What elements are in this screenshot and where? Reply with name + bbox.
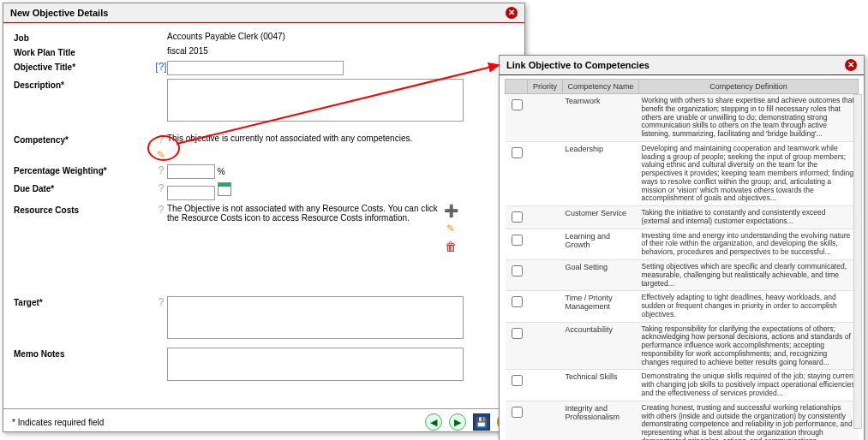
next-button[interactable]: ▶ [449,413,466,431]
close-icon[interactable]: ✕ [845,59,857,71]
help-icon[interactable]: ? [155,134,167,146]
target-label: Target* [14,296,155,307]
resource-costs-text: The Objective is not associated with any… [167,204,441,223]
workplan-value: fiscal 2015 [167,46,514,56]
help-icon[interactable]: ? [155,296,167,308]
competency-name: Leadership [563,141,639,205]
close-icon[interactable]: ✕ [506,7,518,19]
priority-cell [528,401,563,440]
memo-notes-label: Memo Notes [14,348,155,359]
dialog-body: Job Accounts Payable Clerk (0047) Work P… [3,23,524,408]
competency-definition: Creating honest, trusting and successful… [639,401,859,440]
row-checkbox[interactable] [512,375,523,386]
dialog-titlebar: New Objective Details ✕ [3,3,524,23]
col-name: Competency Name [563,80,639,94]
dialog-titlebar: Link Objective to Competencies ✕ [500,56,864,75]
row-checkbox[interactable] [512,407,523,418]
new-objective-dialog: New Objective Details ✕ Job Accounts Pay… [3,3,525,432]
priority-cell [528,229,563,259]
percentage-input[interactable] [167,164,215,179]
save-icon[interactable]: 💾 [473,413,490,431]
competency-definition: Demonstrating the unique skills required… [639,370,859,401]
table-row: LeadershipDeveloping and maintaining coo… [506,141,859,205]
help-icon[interactable]: ? [155,164,167,176]
table-row: Goal SettingSetting objectives which are… [506,260,859,291]
table-row: Technical SkillsDemonstrating the unique… [506,370,859,401]
resource-costs-label: Resource Costs [14,204,155,215]
competency-name: Learning and Growth [563,229,639,259]
help-icon[interactable]: ? [155,182,167,194]
competency-definition: Effectively adapting to tight deadlines,… [639,291,859,322]
competency-text: This objective is currently not associat… [167,134,514,143]
priority-cell [528,94,563,142]
table-row: Learning and GrowthInvesting time and en… [506,229,859,259]
due-date-label: Due Date* [14,182,155,193]
row-checkbox[interactable] [512,328,523,339]
percentage-label: Percentage Weighting* [14,164,155,175]
required-note: * Indicates required field [12,418,104,427]
competency-name: Technical Skills [563,370,639,401]
table-row: Integrity and ProfessionalismCreating ho… [506,401,859,440]
objective-title-input[interactable] [167,61,344,75]
memo-notes-textarea[interactable] [167,348,464,381]
help-icon[interactable]: ? [155,204,167,216]
due-date-input[interactable] [167,186,215,200]
scrollbar[interactable] [853,94,862,429]
description-label: Description* [14,79,155,90]
competency-definition: Taking responsibility for clarifying the… [639,322,859,370]
prev-button[interactable]: ◀ [425,413,442,431]
percent-suffix: % [218,167,225,176]
workplan-label: Work Plan Title [14,46,155,57]
row-checkbox[interactable] [512,211,523,223]
objective-title-help[interactable]: [?] [155,61,167,73]
row-checkbox[interactable] [512,265,523,276]
job-value: Accounts Payable Clerk (0047) [167,32,514,41]
dialog-footer: * Indicates required field ◀ ▶ 💾 ⦸ [3,408,524,435]
competencies-table: Priority Competency Name Competency Defi… [505,79,859,440]
dialog-title: New Objective Details [10,8,108,18]
table-row: AccountabilityTaking responsibility for … [506,322,859,370]
priority-cell [528,322,563,370]
col-priority: Priority [528,80,563,94]
pencil-icon[interactable]: ✎ [157,149,165,161]
priority-cell [528,206,563,229]
pencil-icon[interactable]: ✎ [446,223,455,235]
competency-definition: Setting objectives which are specific an… [639,260,859,291]
competency-name: Time / Priority Management [563,291,639,322]
competency-name: Goal Setting [563,260,639,291]
row-checkbox[interactable] [512,296,523,307]
description-textarea[interactable] [167,79,464,122]
competency-definition: Developing and maintaining cooperation a… [639,141,859,205]
competency-definition: Working with others to share expertise a… [639,94,859,142]
competency-label: Competency* [14,134,155,145]
row-checkbox[interactable] [512,147,523,158]
table-row: TeamworkWorking with others to share exp… [506,94,859,142]
target-textarea[interactable] [167,296,464,339]
priority-cell [528,260,563,291]
priority-cell [528,141,563,205]
competency-definition: Investing time and energy into understan… [639,229,859,259]
add-icon[interactable]: ➕ [444,204,458,217]
priority-cell [528,291,563,322]
competency-name: Customer Service [563,206,639,229]
row-checkbox[interactable] [512,235,523,246]
competency-name: Teamwork [563,94,639,142]
competency-name: Integrity and Professionalism [563,401,639,440]
competency-name: Accountability [563,322,639,370]
col-definition: Competency Definition [639,80,859,94]
table-row: Time / Priority ManagementEffectively ad… [506,291,859,322]
competency-definition: Taking the initiative to constantly and … [639,206,859,229]
col-checkbox [506,80,528,94]
link-competencies-dialog: Link Objective to Competencies ✕ Priorit… [499,55,865,440]
calendar-icon[interactable] [218,182,231,196]
objective-title-label: Objective Title* [14,61,155,72]
job-label: Job [14,32,155,43]
dialog-title: Link Objective to Competencies [506,60,650,70]
row-checkbox[interactable] [512,99,523,110]
table-row: Customer ServiceTaking the initiative to… [506,206,859,229]
trash-icon[interactable]: 🗑 [445,240,457,253]
priority-cell [528,370,563,401]
